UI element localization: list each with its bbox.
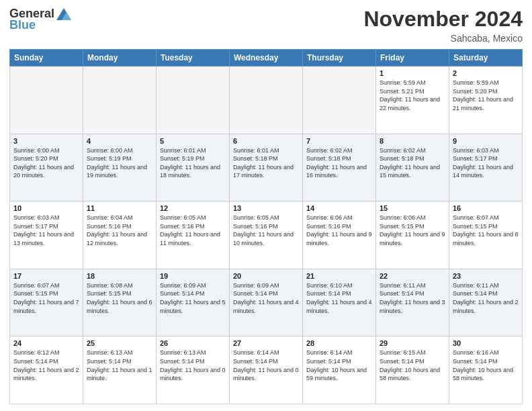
calendar-cell <box>157 66 230 134</box>
day-number: 16 <box>453 204 519 212</box>
day-number: 27 <box>233 339 299 347</box>
day-info: Sunrise: 6:11 AM Sunset: 5:14 PM Dayligh… <box>453 281 519 315</box>
day-info: Sunrise: 6:03 AM Sunset: 5:17 PM Dayligh… <box>453 146 519 180</box>
calendar-cell: 2Sunrise: 5:59 AM Sunset: 5:20 PM Daylig… <box>449 66 523 134</box>
day-info: Sunrise: 6:07 AM Sunset: 5:15 PM Dayligh… <box>13 281 79 315</box>
calendar-week-row: 10Sunrise: 6:03 AM Sunset: 5:17 PM Dayli… <box>10 201 523 269</box>
calendar-week-row: 24Sunrise: 6:12 AM Sunset: 5:14 PM Dayli… <box>10 336 523 404</box>
day-number: 15 <box>380 204 445 212</box>
day-number: 14 <box>306 204 372 212</box>
day-number: 24 <box>13 339 79 347</box>
calendar-cell: 16Sunrise: 6:07 AM Sunset: 5:15 PM Dayli… <box>449 201 523 269</box>
logo-blue: Blue <box>9 18 36 32</box>
day-info: Sunrise: 6:09 AM Sunset: 5:14 PM Dayligh… <box>233 281 299 315</box>
calendar-cell: 12Sunrise: 6:05 AM Sunset: 5:16 PM Dayli… <box>157 201 230 269</box>
day-number: 25 <box>87 339 152 347</box>
col-header-wednesday: Wednesday <box>230 50 303 66</box>
calendar-cell: 20Sunrise: 6:09 AM Sunset: 5:14 PM Dayli… <box>230 269 303 336</box>
day-number: 20 <box>233 272 299 280</box>
calendar-cell: 13Sunrise: 6:05 AM Sunset: 5:16 PM Dayli… <box>230 201 303 269</box>
calendar-cell: 3Sunrise: 6:00 AM Sunset: 5:20 PM Daylig… <box>10 134 83 201</box>
calendar-cell: 28Sunrise: 6:14 AM Sunset: 5:14 PM Dayli… <box>303 336 376 404</box>
calendar-cell: 25Sunrise: 6:13 AM Sunset: 5:14 PM Dayli… <box>83 336 157 404</box>
day-number: 26 <box>160 339 226 347</box>
calendar-cell: 27Sunrise: 6:14 AM Sunset: 5:14 PM Dayli… <box>230 336 303 404</box>
day-info: Sunrise: 6:14 AM Sunset: 5:14 PM Dayligh… <box>233 349 299 382</box>
title-area: November 2024 Sahcaba, Mexico <box>363 7 523 44</box>
day-number: 4 <box>87 137 152 145</box>
page: General Blue November 2024 Sahcaba, Mexi… <box>0 0 532 411</box>
day-number: 11 <box>87 204 152 212</box>
day-info: Sunrise: 6:14 AM Sunset: 5:14 PM Dayligh… <box>306 349 372 382</box>
day-number: 17 <box>13 272 79 280</box>
col-header-thursday: Thursday <box>303 50 376 66</box>
day-number: 6 <box>233 137 299 145</box>
calendar: SundayMondayTuesdayWednesdayThursdayFrid… <box>9 49 523 404</box>
day-info: Sunrise: 6:10 AM Sunset: 5:14 PM Dayligh… <box>306 281 372 315</box>
calendar-cell: 23Sunrise: 6:11 AM Sunset: 5:14 PM Dayli… <box>449 269 523 336</box>
day-info: Sunrise: 6:06 AM Sunset: 5:16 PM Dayligh… <box>306 214 372 247</box>
day-info: Sunrise: 6:00 AM Sunset: 5:19 PM Dayligh… <box>87 146 152 180</box>
calendar-week-row: 3Sunrise: 6:00 AM Sunset: 5:20 PM Daylig… <box>10 134 523 201</box>
day-info: Sunrise: 6:02 AM Sunset: 5:18 PM Dayligh… <box>306 146 372 180</box>
calendar-header-row: SundayMondayTuesdayWednesdayThursdayFrid… <box>10 50 523 66</box>
calendar-cell: 6Sunrise: 6:01 AM Sunset: 5:18 PM Daylig… <box>230 134 303 201</box>
col-header-friday: Friday <box>376 50 449 66</box>
day-number: 23 <box>453 272 519 280</box>
header: General Blue November 2024 Sahcaba, Mexi… <box>9 7 523 44</box>
day-number: 28 <box>306 339 372 347</box>
calendar-cell: 4Sunrise: 6:00 AM Sunset: 5:19 PM Daylig… <box>83 134 157 201</box>
day-info: Sunrise: 6:03 AM Sunset: 5:17 PM Dayligh… <box>13 214 79 247</box>
calendar-cell: 19Sunrise: 6:09 AM Sunset: 5:14 PM Dayli… <box>157 269 230 336</box>
calendar-cell <box>303 66 376 134</box>
calendar-cell: 10Sunrise: 6:03 AM Sunset: 5:17 PM Dayli… <box>10 201 83 269</box>
day-info: Sunrise: 6:01 AM Sunset: 5:18 PM Dayligh… <box>233 146 299 180</box>
calendar-cell: 24Sunrise: 6:12 AM Sunset: 5:14 PM Dayli… <box>10 336 83 404</box>
day-number: 9 <box>453 137 519 145</box>
day-info: Sunrise: 6:07 AM Sunset: 5:15 PM Dayligh… <box>453 214 519 247</box>
day-info: Sunrise: 5:59 AM Sunset: 5:20 PM Dayligh… <box>453 79 519 112</box>
day-number: 22 <box>380 272 445 280</box>
day-info: Sunrise: 6:13 AM Sunset: 5:14 PM Dayligh… <box>87 349 152 382</box>
calendar-cell: 18Sunrise: 6:08 AM Sunset: 5:15 PM Dayli… <box>83 269 157 336</box>
calendar-cell <box>83 66 157 134</box>
day-number: 3 <box>13 137 79 145</box>
day-info: Sunrise: 6:16 AM Sunset: 5:14 PM Dayligh… <box>453 349 519 382</box>
day-info: Sunrise: 6:05 AM Sunset: 5:16 PM Dayligh… <box>233 214 299 247</box>
calendar-cell: 17Sunrise: 6:07 AM Sunset: 5:15 PM Dayli… <box>10 269 83 336</box>
calendar-cell: 8Sunrise: 6:02 AM Sunset: 5:18 PM Daylig… <box>376 134 449 201</box>
day-info: Sunrise: 6:11 AM Sunset: 5:14 PM Dayligh… <box>380 281 445 315</box>
calendar-cell: 26Sunrise: 6:13 AM Sunset: 5:14 PM Dayli… <box>157 336 230 404</box>
col-header-tuesday: Tuesday <box>157 50 230 66</box>
calendar-cell <box>230 66 303 134</box>
day-number: 8 <box>380 137 445 145</box>
day-info: Sunrise: 5:59 AM Sunset: 5:21 PM Dayligh… <box>380 79 445 112</box>
day-info: Sunrise: 6:13 AM Sunset: 5:14 PM Dayligh… <box>160 349 226 382</box>
calendar-cell: 11Sunrise: 6:04 AM Sunset: 5:16 PM Dayli… <box>83 201 157 269</box>
calendar-week-row: 1Sunrise: 5:59 AM Sunset: 5:21 PM Daylig… <box>10 66 523 134</box>
day-number: 2 <box>453 69 519 77</box>
day-number: 19 <box>160 272 226 280</box>
day-info: Sunrise: 6:09 AM Sunset: 5:14 PM Dayligh… <box>160 281 226 315</box>
day-number: 29 <box>380 339 445 347</box>
calendar-cell <box>10 66 83 134</box>
calendar-cell: 14Sunrise: 6:06 AM Sunset: 5:16 PM Dayli… <box>303 201 376 269</box>
day-info: Sunrise: 6:04 AM Sunset: 5:16 PM Dayligh… <box>87 214 152 247</box>
calendar-cell: 29Sunrise: 6:15 AM Sunset: 5:14 PM Dayli… <box>376 336 449 404</box>
day-number: 7 <box>306 137 372 145</box>
calendar-cell: 22Sunrise: 6:11 AM Sunset: 5:14 PM Dayli… <box>376 269 449 336</box>
calendar-cell: 1Sunrise: 5:59 AM Sunset: 5:21 PM Daylig… <box>376 66 449 134</box>
day-info: Sunrise: 6:02 AM Sunset: 5:18 PM Dayligh… <box>380 146 445 180</box>
day-number: 1 <box>380 69 445 77</box>
day-number: 13 <box>233 204 299 212</box>
day-info: Sunrise: 6:05 AM Sunset: 5:16 PM Dayligh… <box>160 214 226 247</box>
location: Sahcaba, Mexico <box>363 33 523 44</box>
calendar-cell: 30Sunrise: 6:16 AM Sunset: 5:14 PM Dayli… <box>449 336 523 404</box>
col-header-monday: Monday <box>83 50 157 66</box>
col-header-saturday: Saturday <box>449 50 523 66</box>
day-number: 30 <box>453 339 519 347</box>
day-number: 21 <box>306 272 372 280</box>
calendar-cell: 5Sunrise: 6:01 AM Sunset: 5:19 PM Daylig… <box>157 134 230 201</box>
day-number: 10 <box>13 204 79 212</box>
day-number: 18 <box>87 272 152 280</box>
